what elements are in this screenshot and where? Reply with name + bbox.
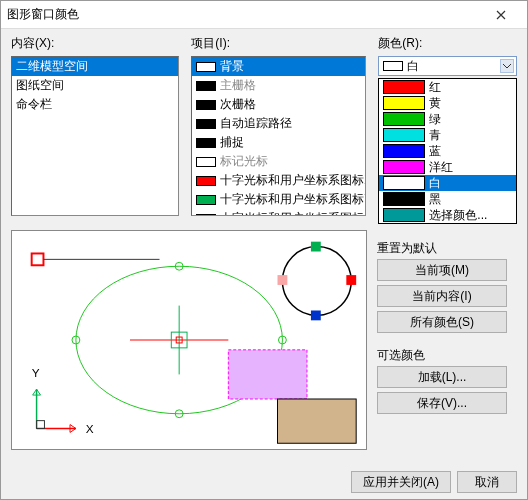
color-column: 颜色(R): 白 红黄绿青蓝洋红白黑选择颜色...	[378, 35, 517, 224]
item-swatch	[196, 195, 216, 205]
apply-close-button[interactable]: 应用并关闭(A)	[351, 471, 451, 493]
item-swatch	[196, 214, 216, 216]
option-swatch	[383, 128, 425, 142]
svg-rect-3	[278, 275, 288, 285]
color-label: 颜色(R):	[378, 35, 517, 52]
option-swatch	[383, 192, 425, 206]
content-area: 内容(X): 二维模型空间图纸空间命令栏 项目(I): 背景主栅格次栅格自动追踪…	[1, 29, 527, 465]
color-option[interactable]: 白	[379, 175, 516, 191]
color-option[interactable]: 选择颜色...	[379, 207, 516, 223]
option-label: 红	[429, 79, 441, 96]
color-option[interactable]: 红	[379, 79, 516, 95]
svg-rect-0	[32, 253, 44, 265]
item-swatch	[196, 138, 216, 148]
color-combobox[interactable]: 白	[378, 56, 517, 76]
context-item[interactable]: 图纸空间	[12, 76, 178, 95]
svg-rect-4	[346, 275, 356, 285]
option-label: 蓝	[429, 143, 441, 160]
top-row: 内容(X): 二维模型空间图纸空间命令栏 项目(I): 背景主栅格次栅格自动追踪…	[11, 35, 517, 224]
color-option[interactable]: 洋红	[379, 159, 516, 175]
context-column: 内容(X): 二维模型空间图纸空间命令栏	[11, 35, 179, 224]
item-swatch	[196, 157, 216, 167]
element-item[interactable]: 自动追踪路径	[192, 114, 365, 133]
combo-swatch	[383, 61, 403, 71]
footer: 应用并关闭(A) 取消	[1, 465, 527, 499]
svg-rect-20	[37, 421, 45, 429]
option-label: 黄	[429, 95, 441, 112]
color-option[interactable]: 黄	[379, 95, 516, 111]
svg-rect-6	[311, 311, 321, 321]
option-label: 选择颜色...	[429, 207, 487, 224]
current-item-button[interactable]: 当前项(M)	[377, 259, 507, 281]
cancel-button[interactable]: 取消	[457, 471, 517, 493]
element-item[interactable]: 背景	[192, 57, 365, 76]
items-column: 项目(I): 背景主栅格次栅格自动追踪路径捕捉标记光标十字光标和用户坐标系图标X…	[191, 35, 366, 224]
option-swatch	[383, 176, 425, 190]
option-swatch	[383, 208, 425, 222]
current-context-button[interactable]: 当前内容(I)	[377, 285, 507, 307]
element-item[interactable]: 十字光标和用户坐标系图标X	[192, 171, 365, 190]
context-item[interactable]: 命令栏	[12, 95, 178, 114]
color-dropdown[interactable]: 红黄绿青蓝洋红白黑选择颜色...	[378, 78, 517, 224]
svg-point-2	[282, 247, 351, 316]
svg-text:X: X	[86, 422, 94, 436]
option-label: 黑	[429, 191, 441, 208]
window-title: 图形窗口颜色	[7, 6, 481, 23]
option-label: 青	[429, 127, 441, 144]
combo-value: 白	[407, 58, 419, 75]
preview-panel: X Y	[11, 230, 367, 450]
option-label: 绿	[429, 111, 441, 128]
option-swatch	[383, 80, 425, 94]
item-swatch	[196, 81, 216, 91]
context-item[interactable]: 二维模型空间	[12, 57, 178, 76]
svg-text:Y: Y	[32, 366, 40, 380]
close-button[interactable]	[481, 2, 521, 28]
element-item[interactable]: 标记光标	[192, 152, 365, 171]
option-swatch	[383, 144, 425, 158]
item-swatch	[196, 100, 216, 110]
preview-svg: X Y	[12, 231, 366, 449]
optional-label: 可选颜色	[377, 347, 517, 364]
color-option[interactable]: 蓝	[379, 143, 516, 159]
load-button[interactable]: 加载(L)...	[377, 366, 507, 388]
save-button[interactable]: 保存(V)...	[377, 392, 507, 414]
item-swatch	[196, 62, 216, 72]
element-item[interactable]: 主栅格	[192, 76, 365, 95]
option-label: 洋红	[429, 159, 453, 176]
bottom-row: X Y 重置为默认 当前项(M) 当前内容(I) 所有颜色(S) 可选颜色 加载…	[11, 230, 517, 450]
context-listbox[interactable]: 二维模型空间图纸空间命令栏	[11, 56, 179, 216]
items-label: 项目(I):	[191, 35, 366, 52]
color-option[interactable]: 青	[379, 127, 516, 143]
element-item[interactable]: 十字光标和用户坐标系图标Y	[192, 190, 365, 209]
titlebar: 图形窗口颜色	[1, 1, 527, 29]
dialog-window: 图形窗口颜色 内容(X): 二维模型空间图纸空间命令栏 项目(I): 背景主栅格…	[0, 0, 528, 500]
element-item[interactable]: 捕捉	[192, 133, 365, 152]
svg-rect-5	[311, 242, 321, 252]
context-label: 内容(X):	[11, 35, 179, 52]
element-item[interactable]: 次栅格	[192, 95, 365, 114]
all-colors-button[interactable]: 所有颜色(S)	[377, 311, 507, 333]
item-swatch	[196, 119, 216, 129]
color-option[interactable]: 绿	[379, 111, 516, 127]
option-swatch	[383, 160, 425, 174]
item-swatch	[196, 176, 216, 186]
reset-label: 重置为默认	[377, 240, 517, 257]
chevron-down-icon	[500, 59, 514, 73]
close-icon	[496, 10, 506, 20]
color-option[interactable]: 黑	[379, 191, 516, 207]
svg-rect-17	[278, 399, 357, 443]
right-panel: 重置为默认 当前项(M) 当前内容(I) 所有颜色(S) 可选颜色 加载(L).…	[377, 230, 517, 450]
svg-rect-16	[228, 350, 307, 399]
element-item[interactable]: 十字光标和用户坐标系图标Z	[192, 209, 365, 216]
items-listbox[interactable]: 背景主栅格次栅格自动追踪路径捕捉标记光标十字光标和用户坐标系图标X十字光标和用户…	[191, 56, 366, 216]
option-label: 白	[429, 175, 441, 192]
option-swatch	[383, 112, 425, 126]
option-swatch	[383, 96, 425, 110]
